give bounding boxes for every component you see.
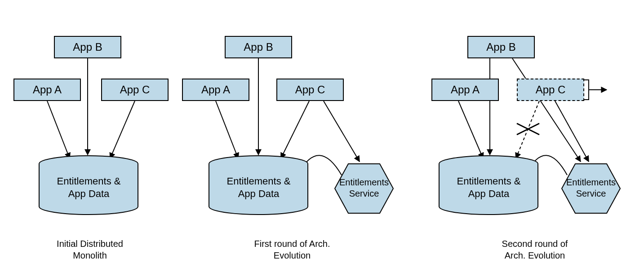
svg-line-2 bbox=[110, 101, 135, 158]
caption-right: Second round of Arch. Evolution bbox=[476, 238, 593, 261]
cylinder-1-label-line1: Entitlements & bbox=[57, 175, 121, 187]
svg-line-5 bbox=[281, 101, 309, 158]
cylinder-1-label-line2: App Data bbox=[68, 188, 110, 199]
panel2-app-c: App C bbox=[276, 79, 344, 101]
svg-line-7 bbox=[458, 101, 483, 158]
caption-left-line2: Monolith bbox=[73, 250, 107, 260]
panel3-app-b: App B bbox=[467, 36, 535, 58]
panel3-app-a: App A bbox=[431, 79, 499, 101]
cylinder-2-label-line1: Entitlements & bbox=[227, 175, 291, 187]
caption-right-line2: Arch. Evolution bbox=[505, 250, 565, 260]
panel1-app-b: App B bbox=[54, 36, 121, 58]
hexagon-1-label-line1: Entitlements bbox=[339, 177, 389, 187]
caption-middle: First round of Arch. Evolution bbox=[234, 238, 351, 261]
panel2-app-b: App B bbox=[225, 36, 292, 58]
panel1-app-c: App C bbox=[101, 79, 169, 101]
svg-line-9 bbox=[512, 58, 581, 162]
caption-left-line1: Initial Distributed bbox=[57, 239, 123, 249]
hexagon-2-label: Entitlements Service bbox=[564, 177, 618, 199]
caption-left: Initial Distributed Monolith bbox=[31, 238, 148, 261]
cylinder-2-label: Entitlements & App Data bbox=[210, 175, 307, 200]
cylinder-3-label-line1: Entitlements & bbox=[457, 175, 521, 187]
caption-middle-line1: First round of Arch. bbox=[254, 239, 330, 249]
svg-line-6 bbox=[324, 101, 360, 162]
cylinder-3-label: Entitlements & App Data bbox=[440, 175, 537, 200]
caption-right-line1: Second round of bbox=[502, 239, 568, 249]
hexagon-1-label: Entitlements Service bbox=[337, 177, 391, 199]
cylinder-1-label: Entitlements & App Data bbox=[40, 175, 137, 200]
cylinder-2-label-line2: App Data bbox=[238, 188, 280, 199]
panel1-app-a: App A bbox=[13, 79, 81, 101]
cylinder-3-label-line2: App Data bbox=[468, 188, 510, 199]
hexagon-2-label-line2: Service bbox=[576, 189, 606, 198]
diagram-canvas: App B App A App C App B App A App C App … bbox=[0, 0, 644, 272]
hexagon-1-label-line2: Service bbox=[349, 189, 379, 198]
svg-line-0 bbox=[47, 101, 70, 158]
svg-line-3 bbox=[216, 101, 238, 158]
caption-middle-line2: Evolution bbox=[274, 250, 311, 260]
panel2-app-a: App A bbox=[182, 79, 249, 101]
panel3-app-c: App C bbox=[517, 79, 584, 101]
hexagon-2-label-line1: Entitlements bbox=[566, 177, 616, 187]
